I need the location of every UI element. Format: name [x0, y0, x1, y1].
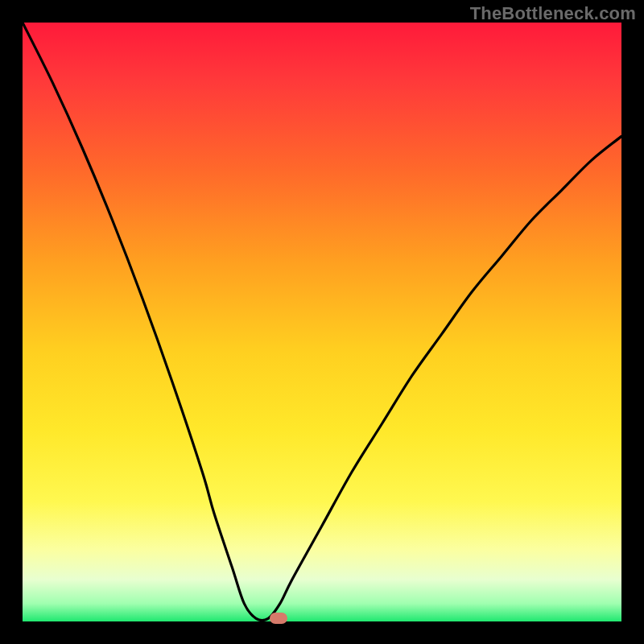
chart-frame: TheBottleneck.com: [0, 0, 644, 644]
plot-gradient-background: [23, 23, 621, 621]
watermark-text: TheBottleneck.com: [470, 3, 636, 24]
